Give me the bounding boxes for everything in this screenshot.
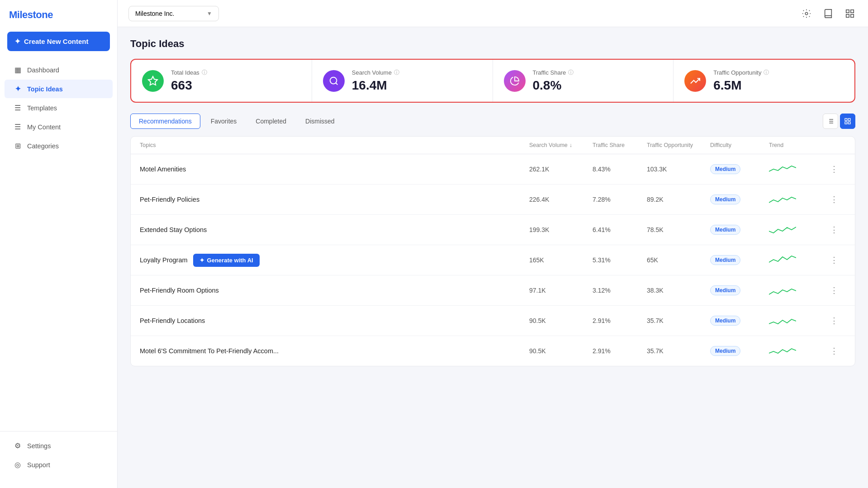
tab-dismissed[interactable]: Dismissed [297, 114, 343, 129]
col-header-trend: Trend [769, 142, 828, 148]
svg-rect-14 [848, 118, 850, 121]
tabs-row: Recommendations Favorites Completed Dism… [130, 114, 855, 129]
difficulty-badge: Medium [710, 225, 769, 235]
grid-icon[interactable] [843, 6, 857, 21]
traffic-share-value: 3.12% [593, 287, 647, 294]
more-options-button[interactable]: ⋮ [828, 254, 840, 266]
bulb-icon[interactable] [799, 6, 814, 21]
generate-with-ai-button[interactable]: ✦ Generate with AI [193, 254, 260, 267]
table-row: Motel Amenities 262.1K 8.43% 103.3K Medi… [131, 154, 855, 185]
sidebar-item-label: Settings [27, 442, 51, 450]
search-volume-value: 90.5K [529, 347, 593, 355]
sort-icon: ↓ [569, 142, 572, 148]
svg-rect-16 [845, 122, 847, 124]
topic-name: Pet-Friendly Room Options [140, 287, 529, 294]
sidebar-item-templates[interactable]: ☰ Templates [5, 99, 113, 117]
traffic-opportunity-value: 35.7K [647, 317, 710, 324]
page-title: Topic Ideas [130, 38, 855, 50]
stat-value-search-volume: 16.4M [352, 78, 482, 93]
sidebar-item-label: Topic Ideas [27, 85, 63, 93]
traffic-opportunity-value: 89.2K [647, 196, 710, 203]
info-icon-to: ⓘ [764, 69, 769, 76]
col-header-traffic-opportunity: Traffic Opportunity [647, 142, 710, 148]
company-selector[interactable]: Milestone Inc. ▼ [128, 6, 219, 21]
tab-recommendations[interactable]: Recommendations [130, 114, 200, 129]
sidebar-item-label: Categories [27, 142, 59, 150]
stat-value-traffic-share: 0.8% [533, 78, 663, 93]
topic-name: Loyalty Program ✦ Generate with AI [140, 254, 529, 267]
grid-view-button[interactable] [840, 114, 855, 129]
sidebar-item-dashboard[interactable]: ▦ Dashboard [5, 61, 113, 79]
sparkle-icon: ✦ [14, 37, 20, 46]
my-content-icon: ☰ [14, 123, 22, 131]
topic-name: Extended Stay Options [140, 226, 529, 233]
info-icon-sv: ⓘ [394, 69, 399, 76]
sidebar-nav: ▦ Dashboard ✦ Topic Ideas ☰ Templates ☰ … [0, 60, 117, 426]
more-options-button[interactable]: ⋮ [828, 223, 840, 236]
more-options-button[interactable]: ⋮ [828, 284, 840, 297]
tab-completed[interactable]: Completed [247, 114, 295, 129]
difficulty-badge: Medium [710, 194, 769, 204]
search-volume-value: 226.4K [529, 196, 593, 203]
main-content: Milestone Inc. ▼ Topic Ideas [118, 0, 868, 488]
trend-sparkline [769, 284, 828, 297]
traffic-opportunity-value: 35.7K [647, 347, 710, 355]
traffic-opportunity-value: 65K [647, 256, 710, 264]
difficulty-badge: Medium [710, 255, 769, 265]
page-content: Topic Ideas Total Ideas ⓘ 663 [118, 27, 868, 488]
create-new-content-button[interactable]: ✦ Create New Content [7, 32, 110, 51]
col-header-search-volume[interactable]: Search Volume ↓ [529, 142, 593, 148]
more-options-button[interactable]: ⋮ [828, 314, 840, 327]
table-row: Extended Stay Options 199.3K 6.41% 78.5K… [131, 215, 855, 245]
svg-rect-13 [845, 118, 847, 121]
stat-value-traffic-opportunity: 6.5M [713, 78, 844, 93]
company-name: Milestone Inc. [135, 10, 174, 17]
difficulty-badge: Medium [710, 164, 769, 174]
list-view-button[interactable] [823, 114, 838, 129]
info-icon-ts: ⓘ [568, 69, 574, 76]
stat-info-traffic-opportunity: Traffic Opportunity ⓘ 6.5M [713, 69, 844, 93]
stat-label-total-ideas: Total Ideas ⓘ [171, 69, 301, 76]
table-row: Loyalty Program ✦ Generate with AI 165K … [131, 245, 855, 275]
stat-value-total-ideas: 663 [171, 78, 301, 93]
difficulty-badge: Medium [710, 316, 769, 326]
trend-sparkline [769, 314, 828, 327]
stat-info-traffic-share: Traffic Share ⓘ 0.8% [533, 69, 663, 93]
search-volume-icon [323, 70, 345, 92]
sidebar-item-my-content[interactable]: ☰ My Content [5, 118, 113, 136]
topic-ideas-icon: ✦ [14, 85, 22, 93]
traffic-opportunity-value: 78.5K [647, 226, 710, 233]
search-volume-value: 262.1K [529, 166, 593, 173]
sidebar-item-categories[interactable]: ⊞ Categories [5, 137, 113, 155]
stat-card-search-volume: Search Volume ⓘ 16.4M [312, 60, 493, 102]
stat-label-traffic-share: Traffic Share ⓘ [533, 69, 663, 76]
chevron-down-icon: ▼ [207, 10, 212, 17]
templates-icon: ☰ [14, 104, 22, 112]
sidebar-item-topic-ideas[interactable]: ✦ Topic Ideas [5, 80, 113, 98]
categories-icon: ⊞ [14, 142, 22, 150]
trend-sparkline [769, 193, 828, 206]
col-header-topics: Topics [140, 142, 529, 148]
stats-row: Total Ideas ⓘ 663 Search Volume ⓘ [130, 59, 855, 103]
traffic-share-value: 8.43% [593, 166, 647, 173]
more-options-button[interactable]: ⋮ [828, 163, 840, 175]
total-ideas-icon [142, 70, 164, 92]
traffic-share-icon [504, 70, 526, 92]
topic-name: Pet-Friendly Locations [140, 317, 529, 324]
more-options-button[interactable]: ⋮ [828, 345, 840, 357]
tab-favorites[interactable]: Favorites [202, 114, 246, 129]
difficulty-badge: Medium [710, 285, 769, 295]
difficulty-badge: Medium [710, 346, 769, 356]
sidebar-item-support[interactable]: ◎ Support [5, 455, 113, 474]
app-logo: Milestone [0, 9, 117, 32]
svg-rect-2 [851, 9, 854, 12]
info-icon: ⓘ [202, 69, 207, 76]
sidebar-item-settings[interactable]: ⚙ Settings [5, 436, 113, 455]
search-volume-value: 97.1K [529, 287, 593, 294]
book-icon[interactable] [821, 6, 835, 21]
support-icon: ◎ [14, 460, 22, 469]
col-header-difficulty: Difficulty [710, 142, 769, 148]
more-options-button[interactable]: ⋮ [828, 193, 840, 206]
stat-card-total-ideas: Total Ideas ⓘ 663 [131, 60, 312, 102]
table-row: Pet-Friendly Locations 90.5K 2.91% 35.7K… [131, 306, 855, 336]
